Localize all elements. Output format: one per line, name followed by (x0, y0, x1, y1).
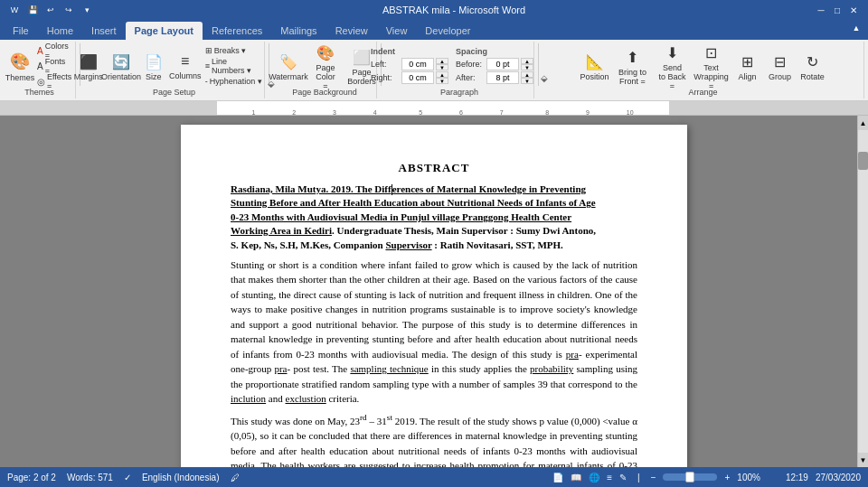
spacing-before-spinner[interactable]: ▲ ▼ (521, 58, 533, 70)
indent-right-spinner[interactable]: ▲ ▼ (436, 71, 448, 84)
tab-review[interactable]: Review (326, 22, 377, 40)
vertical-scrollbar[interactable]: ▼ ▲ (857, 116, 868, 467)
colors-button[interactable]: A Colors = (34, 43, 74, 58)
save-icon[interactable]: 💾 (25, 3, 40, 17)
line-numbers-button[interactable]: ≡Line Numbers ▾ (203, 59, 265, 73)
indent-label: Indent (371, 47, 448, 56)
zoom-out-button[interactable]: − (651, 473, 656, 482)
group-button[interactable]: ⊟ Group (766, 43, 795, 90)
minimize-button[interactable]: ─ (814, 3, 828, 17)
text-wrapping-button[interactable]: ⊡ Text Wrapping = (693, 43, 730, 90)
page-indicator[interactable]: Page: 2 of 2 (7, 473, 56, 482)
indent-right-row: Right: ▲ ▼ (371, 71, 448, 84)
view-web-icon[interactable]: 🌐 (589, 473, 599, 482)
columns-button[interactable]: ≡ Columns (171, 43, 200, 90)
ribbon-group-themes: 🎨 Themes A Colors = A Fonts = ◎ Effects … (4, 42, 76, 98)
spacing-after-down[interactable]: ▼ (521, 78, 533, 84)
language-indicator[interactable]: English (Indonesia) (142, 473, 220, 482)
view-normal-icon[interactable]: 📄 (552, 473, 563, 482)
author-line2: Stunting Before and After Health Educati… (231, 197, 596, 208)
word-logo-icon: W (7, 3, 22, 17)
zoom-level[interactable]: 100% (737, 473, 760, 482)
author-line1b: erences of Maternal Knowledge in Prevent… (392, 183, 586, 194)
tab-file[interactable]: File (4, 22, 38, 40)
indent-left-label: Left: (371, 60, 400, 69)
close-button[interactable]: ✕ (846, 3, 861, 17)
indent-right-up[interactable]: ▲ (436, 71, 448, 78)
indent-left-row: Left: ▲ ▼ (371, 58, 448, 70)
spacing-after-row: After: ▲ ▼ (456, 71, 533, 84)
indent-right-down[interactable]: ▼ (436, 78, 448, 84)
align-button[interactable]: ⊞ Align (733, 43, 762, 90)
tab-page-layout[interactable]: Page Layout (126, 22, 203, 40)
spacing-after-up[interactable]: ▲ (521, 71, 533, 78)
spacing-before-label: Before: (456, 60, 485, 69)
undo-icon[interactable]: ↩ (43, 3, 58, 17)
para2: This study was done on May, 23rd – 31st … (231, 412, 637, 467)
themes-button[interactable]: 🎨 Themes (7, 43, 33, 90)
fonts-button[interactable]: A Fonts = (34, 59, 74, 73)
word-count[interactable]: Words: 571 (67, 473, 113, 482)
title-bar: W 💾 ↩ ↪ ▾ ABSTRAK mila - Microsoft Word … (0, 0, 868, 20)
view-draft-icon[interactable]: ✎ (619, 473, 627, 482)
author-line5c: : Ratih Novitasari, SST, MPH. (432, 239, 563, 250)
effects-button[interactable]: ◎ Effects = (34, 74, 74, 89)
ribbon-group-page-background: 🏷️ Watermark 🎨 Page Color = ⬜ Page Borde… (273, 42, 377, 98)
scrollbar-thumb[interactable] (858, 152, 868, 170)
ribbon-collapse-button[interactable]: ▲ (848, 20, 864, 36)
arrange-group-label: Arrange (542, 88, 863, 97)
indent-right-input[interactable] (401, 71, 434, 84)
page-background-group-label: Page Background (273, 88, 376, 97)
spacing-after-label: After: (456, 73, 485, 82)
position-button[interactable]: 📐 Position (580, 43, 610, 90)
customize-icon[interactable]: ▾ (80, 3, 94, 17)
indent-left-spinner[interactable]: ▲ ▼ (436, 58, 448, 70)
spacing-before-down[interactable]: ▼ (521, 64, 533, 70)
spacing-after-spinner[interactable]: ▲ ▼ (521, 71, 533, 84)
send-to-back-button[interactable]: ⬇ Send to Back = (656, 43, 690, 90)
breaks-button[interactable]: ⊞Breaks ▾ (203, 43, 265, 58)
doc-body[interactable]: Stunting or short is a condition where i… (231, 258, 637, 467)
paragraph-group-label: Paragraph (385, 88, 533, 97)
hyphenation-button[interactable]: -Hyphenation ▾ (203, 74, 265, 89)
ribbon-group-page-setup: ⬛ Margins 🔄 Orientation 📄 Size ≡ Columns… (84, 42, 265, 98)
ribbon-group-arrange: 📐 Position ⬆ Bring to Front = ⬇ Send to … (542, 42, 864, 98)
author-line4b: . Undergraduate Thesis, Main Supervisor … (332, 225, 596, 236)
doc-authors[interactable]: Rasdiana, Mila Mutya. 2019. The Differen… (231, 183, 637, 252)
spacing-after-input[interactable] (486, 71, 519, 84)
zoom-slider[interactable] (663, 473, 717, 481)
indent-left-down[interactable]: ▼ (436, 64, 448, 70)
spell-check-icon[interactable]: ✓ (124, 473, 131, 482)
tab-view[interactable]: View (377, 22, 417, 40)
tab-mailings[interactable]: Mailings (271, 22, 326, 40)
size-button[interactable]: 📄 Size (139, 43, 168, 90)
redo-icon[interactable]: ↪ (61, 3, 76, 17)
author-line1: Rasdiana, Mila Mutya. 2019. The Diff (231, 183, 392, 194)
orientation-button[interactable]: 🔄 Orientation (106, 43, 136, 90)
tab-insert[interactable]: Insert (82, 22, 126, 40)
view-reading-icon[interactable]: 📖 (571, 473, 581, 482)
maximize-button[interactable]: □ (830, 3, 844, 17)
bring-to-front-button[interactable]: ⬆ Bring to Front = (614, 43, 652, 90)
margins-button[interactable]: ⬛ Margins (73, 43, 103, 90)
indent-left-up[interactable]: ▲ (436, 58, 448, 64)
tab-references[interactable]: References (203, 22, 271, 40)
scroll-down-button[interactable]: ▼ (858, 453, 868, 467)
rotate-button[interactable]: ↻ Rotate (798, 43, 827, 90)
scroll-up-button[interactable]: ▲ (858, 116, 868, 130)
zoom-in-button[interactable]: + (724, 473, 730, 482)
author-line4: Working Area in Kediri (231, 225, 332, 236)
spacing-before-up[interactable]: ▲ (521, 58, 533, 64)
view-outline-icon[interactable]: ≡ (607, 473, 612, 482)
tab-developer[interactable]: Developer (416, 22, 479, 40)
tab-home[interactable]: Home (38, 22, 82, 40)
zoom-slider-thumb[interactable] (685, 472, 694, 482)
date-display: 27/03/2020 (816, 473, 861, 482)
document-page[interactable]: ABSTRACT Rasdiana, Mila Mutya. 2019. The… (181, 125, 687, 467)
page-color-button[interactable]: 🎨 Page Color = (309, 43, 342, 90)
spacing-before-input[interactable] (486, 58, 519, 70)
watermark-button[interactable]: 🏷️ Watermark (271, 43, 306, 90)
document-area[interactable]: ABSTRACT Rasdiana, Mila Mutya. 2019. The… (0, 116, 868, 467)
indent-left-input[interactable] (401, 58, 434, 70)
status-right: 📄 📖 🌐 ≡ ✎ | − + 100% 12:19 27/03/2020 (552, 473, 861, 482)
